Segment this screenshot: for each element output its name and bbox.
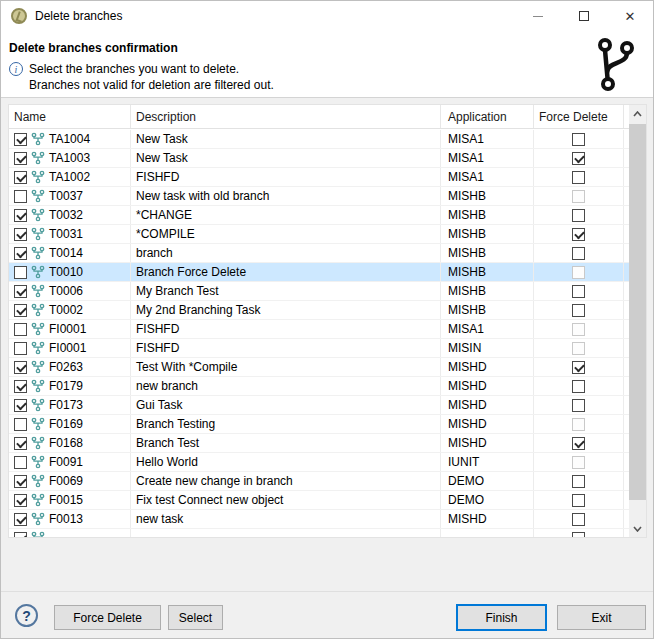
table-row[interactable]: F0263 Test With *Compile MISHD	[9, 358, 629, 377]
force-delete-checkbox	[572, 323, 585, 336]
branch-application: IUNIT	[441, 453, 534, 471]
force-delete-checkbox[interactable]	[572, 133, 585, 146]
select-button[interactable]: Select	[168, 605, 223, 630]
branch-item-icon	[31, 379, 45, 393]
branch-name: F0013	[49, 512, 83, 526]
force-delete-checkbox[interactable]	[572, 304, 585, 317]
table-row[interactable]: T0032 *CHANGE MISHB	[9, 206, 629, 225]
row-select-checkbox[interactable]	[14, 171, 27, 184]
table-row[interactable]: F0013 new task MISHD	[9, 510, 629, 529]
force-delete-cell	[534, 320, 624, 338]
force-delete-checkbox[interactable]	[572, 494, 585, 507]
table-row[interactable]: F0173 Gui Task MISHD	[9, 396, 629, 415]
table-row[interactable]: TA1004 New Task MISA1	[9, 130, 629, 149]
table-row[interactable]	[9, 529, 629, 537]
branch-application: MISHD	[441, 510, 534, 528]
row-select-checkbox[interactable]	[14, 228, 27, 241]
row-select-checkbox[interactable]	[14, 494, 27, 507]
table-row[interactable]: FI0001 FISHFD MISIN	[9, 339, 629, 358]
column-header-force-delete[interactable]: Force Delete	[534, 105, 624, 128]
row-select-checkbox[interactable]	[14, 532, 27, 538]
branch-application: MISHD	[441, 396, 534, 414]
table-row[interactable]: T0010 Branch Force Delete MISHB	[9, 263, 629, 282]
column-header-name[interactable]: Name	[9, 105, 131, 128]
table-row[interactable]: F0169 Branch Testing MISHD	[9, 415, 629, 434]
table-row[interactable]: T0002 My 2nd Branching Task MISHB	[9, 301, 629, 320]
exit-button[interactable]: Exit	[557, 605, 646, 630]
branch-application: MISA1	[441, 320, 534, 338]
row-select-checkbox[interactable]	[14, 437, 27, 450]
table-row[interactable]: TA1002 FISHFD MISA1	[9, 168, 629, 187]
row-select-checkbox[interactable]	[14, 152, 27, 165]
info-icon: i	[9, 62, 23, 76]
name-cell: T0032	[9, 206, 131, 224]
force-delete-checkbox[interactable]	[572, 437, 585, 450]
branch-item-icon	[31, 531, 45, 537]
row-select-checkbox[interactable]	[14, 304, 27, 317]
branch-item-icon	[31, 474, 45, 488]
maximize-button[interactable]	[561, 1, 607, 31]
force-delete-checkbox[interactable]	[572, 171, 585, 184]
table-row[interactable]: TA1003 New Task MISA1	[9, 149, 629, 168]
row-select-checkbox[interactable]	[14, 513, 27, 526]
table-row[interactable]: FI0001 FISHFD MISA1	[9, 320, 629, 339]
minimize-icon	[533, 16, 543, 17]
scroll-up-button[interactable]	[629, 105, 646, 122]
finish-button[interactable]: Finish	[456, 604, 547, 631]
force-delete-checkbox[interactable]	[572, 532, 585, 538]
help-button[interactable]: ?	[15, 604, 38, 627]
name-cell: TA1002	[9, 168, 131, 186]
vertical-scrollbar[interactable]	[629, 105, 646, 537]
close-button[interactable]: ✕	[607, 1, 653, 31]
force-delete-cell	[534, 130, 624, 148]
row-select-checkbox[interactable]	[14, 133, 27, 146]
force-delete-checkbox[interactable]	[572, 513, 585, 526]
table-row[interactable]: T0037 New task with old branch MISHB	[9, 187, 629, 206]
table-row[interactable]: F0091 Hello World IUNIT	[9, 453, 629, 472]
column-header-description[interactable]: Description	[131, 105, 441, 128]
row-select-checkbox[interactable]	[14, 285, 27, 298]
minimize-button[interactable]	[515, 1, 561, 31]
column-header-application[interactable]: Application	[441, 105, 534, 128]
table-row[interactable]: T0014 branch MISHB	[9, 244, 629, 263]
branch-item-icon	[31, 455, 45, 469]
table-row[interactable]: F0179 new branch MISHD	[9, 377, 629, 396]
row-select-checkbox[interactable]	[14, 266, 27, 279]
force-delete-checkbox[interactable]	[572, 228, 585, 241]
table-row[interactable]: F0168 Branch Test MISHD	[9, 434, 629, 453]
row-select-checkbox[interactable]	[14, 380, 27, 393]
branch-name: TA1002	[49, 170, 90, 184]
scroll-down-button[interactable]	[629, 520, 646, 537]
force-delete-checkbox[interactable]	[572, 475, 585, 488]
row-select-checkbox[interactable]	[14, 456, 27, 469]
branch-name: T0014	[49, 246, 83, 260]
force-delete-button[interactable]: Force Delete	[54, 605, 161, 630]
row-select-checkbox[interactable]	[14, 475, 27, 488]
force-delete-checkbox[interactable]	[572, 361, 585, 374]
row-select-checkbox[interactable]	[14, 342, 27, 355]
row-select-checkbox[interactable]	[14, 323, 27, 336]
force-delete-checkbox[interactable]	[572, 209, 585, 222]
force-delete-checkbox[interactable]	[572, 152, 585, 165]
table-row[interactable]: F0015 Fix test Connect new object DEMO	[9, 491, 629, 510]
branch-application: MISHD	[441, 377, 534, 395]
force-delete-checkbox[interactable]	[572, 380, 585, 393]
row-select-checkbox[interactable]	[14, 247, 27, 260]
row-select-checkbox[interactable]	[14, 209, 27, 222]
row-select-checkbox[interactable]	[14, 418, 27, 431]
table-row[interactable]: F0069 Create new change in branch DEMO	[9, 472, 629, 491]
row-select-checkbox[interactable]	[14, 190, 27, 203]
force-delete-checkbox[interactable]	[572, 285, 585, 298]
branch-item-icon	[31, 322, 45, 336]
row-select-checkbox[interactable]	[14, 399, 27, 412]
row-select-checkbox[interactable]	[14, 361, 27, 374]
scrollbar-thumb[interactable]	[629, 124, 646, 500]
force-delete-checkbox[interactable]	[572, 247, 585, 260]
branch-name: F0179	[49, 379, 83, 393]
message-line-2: Branches not valid for deletion are filt…	[29, 78, 274, 92]
table-row[interactable]: T0006 My Branch Test MISHB	[9, 282, 629, 301]
force-delete-checkbox[interactable]	[572, 399, 585, 412]
table-row[interactable]: T0031 *COMPILE MISHB	[9, 225, 629, 244]
branch-description: Gui Task	[131, 396, 441, 414]
delete-branches-dialog: Delete branches ✕ Delete branches confir…	[0, 0, 654, 639]
